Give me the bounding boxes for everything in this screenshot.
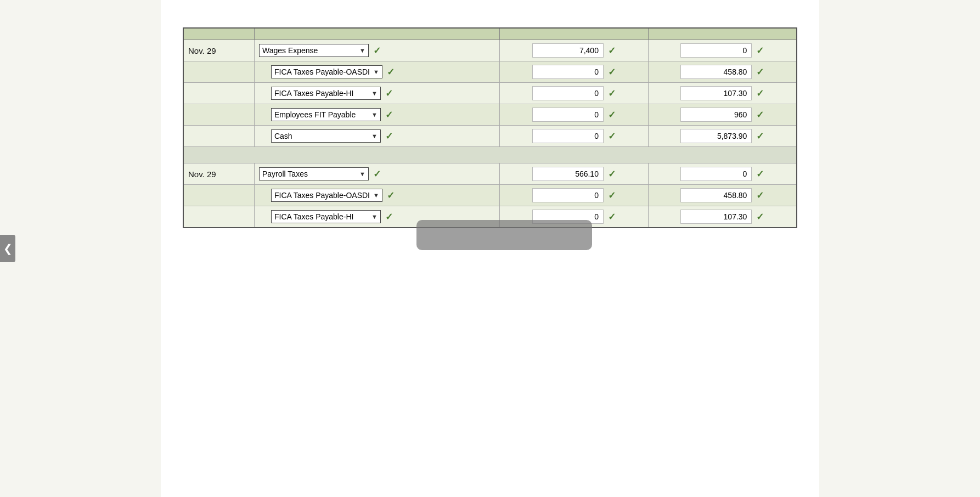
table-cell-account[interactable]: Payroll Taxes▼✓: [254, 163, 499, 185]
account-check-icon: ✓: [387, 66, 395, 78]
dropdown-arrow-icon: ▼: [373, 192, 379, 199]
dropdown-arrow-icon: ▼: [359, 47, 365, 54]
table-cell-debit[interactable]: ✓: [500, 83, 649, 104]
account-select[interactable]: Payroll Taxes: [262, 170, 357, 178]
debit-input[interactable]: [532, 86, 604, 100]
table-cell-debit[interactable]: ✓: [500, 163, 649, 185]
dropdown-arrow-icon: ▼: [371, 213, 378, 220]
journal-table: Nov. 29Wages Expense▼✓✓✓FICA Taxes Payab…: [183, 27, 797, 228]
table-cell-account[interactable]: Wages Expense▼✓: [254, 40, 499, 61]
debit-check-icon: ✓: [608, 168, 616, 180]
dropdown-arrow-icon: ▼: [359, 171, 365, 177]
header-date: [183, 28, 254, 40]
table-cell-date: [183, 126, 254, 147]
table-cell-debit[interactable]: ✓: [500, 104, 649, 126]
credit-check-icon: ✓: [756, 66, 764, 78]
credit-check-icon: ✓: [756, 45, 764, 57]
debit-check-icon: ✓: [608, 131, 616, 142]
credit-check-icon: ✓: [756, 88, 764, 99]
credit-check-icon: ✓: [756, 168, 764, 180]
table-cell-date: [183, 104, 254, 126]
account-select[interactable]: FICA Taxes Payable-OASDI: [274, 191, 371, 200]
table-cell-account[interactable]: FICA Taxes Payable-HI▼✓: [254, 83, 499, 104]
table-cell-credit[interactable]: ✓: [648, 126, 797, 147]
debit-check-icon: ✓: [608, 190, 616, 201]
table-cell-debit[interactable]: ✓: [500, 40, 649, 61]
table-cell-credit[interactable]: ✓: [648, 163, 797, 185]
account-check-icon: ✓: [373, 168, 381, 180]
debit-input[interactable]: [532, 65, 604, 79]
dropdown-arrow-icon: ▼: [371, 133, 378, 139]
table-cell-account[interactable]: FICA Taxes Payable-HI▼✓: [254, 206, 499, 228]
account-select[interactable]: Wages Expense: [262, 46, 357, 55]
left-arrow-icon: ❮: [3, 242, 13, 255]
credit-input[interactable]: [680, 43, 752, 58]
table-cell-account[interactable]: FICA Taxes Payable-OASDI▼✓: [254, 61, 499, 83]
debit-input[interactable]: [532, 210, 604, 224]
header-debit: [500, 28, 649, 40]
debit-check-icon: ✓: [608, 109, 616, 121]
account-select[interactable]: FICA Taxes Payable-HI: [274, 89, 369, 98]
table-cell-debit[interactable]: ✓: [500, 185, 649, 206]
credit-input[interactable]: [680, 86, 752, 100]
debit-input[interactable]: [532, 43, 604, 58]
table-cell-date: [183, 61, 254, 83]
debit-input[interactable]: [532, 129, 604, 143]
table-cell-credit[interactable]: ✓: [648, 83, 797, 104]
debit-check-icon: ✓: [608, 88, 616, 99]
table-cell-date: [183, 185, 254, 206]
debit-input[interactable]: [532, 108, 604, 122]
left-arrow-button[interactable]: ❮: [0, 235, 15, 262]
dropdown-arrow-icon: ▼: [371, 111, 378, 118]
table-cell-debit[interactable]: ✓: [500, 126, 649, 147]
credit-input[interactable]: [680, 108, 752, 122]
credit-check-icon: ✓: [756, 109, 764, 121]
debit-check-icon: ✓: [608, 211, 616, 223]
account-select[interactable]: FICA Taxes Payable-HI: [274, 212, 369, 221]
table-cell-account[interactable]: Cash▼✓: [254, 126, 499, 147]
account-select[interactable]: Employees FIT Payable: [274, 110, 369, 119]
debit-input[interactable]: [532, 188, 604, 202]
table-cell-credit[interactable]: ✓: [648, 185, 797, 206]
credit-check-icon: ✓: [756, 211, 764, 223]
table-cell-credit[interactable]: ✓: [648, 61, 797, 83]
account-check-icon: ✓: [385, 211, 393, 223]
account-select[interactable]: FICA Taxes Payable-OASDI: [274, 67, 371, 76]
table-cell-date: [183, 206, 254, 228]
credit-input[interactable]: [680, 129, 752, 143]
page-container: Nov. 29Wages Expense▼✓✓✓FICA Taxes Payab…: [161, 0, 819, 497]
header-credit: [648, 28, 797, 40]
credit-check-icon: ✓: [756, 190, 764, 201]
account-check-icon: ✓: [385, 88, 393, 99]
table-cell-account[interactable]: Employees FIT Payable▼✓: [254, 104, 499, 126]
debit-check-icon: ✓: [608, 45, 616, 57]
table-cell-debit[interactable]: ✓: [500, 61, 649, 83]
debit-input[interactable]: [532, 167, 604, 181]
account-select[interactable]: Cash: [274, 132, 369, 140]
table-cell-date: [183, 83, 254, 104]
dropdown-arrow-icon: ▼: [373, 69, 379, 75]
credit-input[interactable]: [680, 65, 752, 79]
debit-check-icon: ✓: [608, 66, 616, 78]
table-cell-credit[interactable]: ✓: [648, 40, 797, 61]
table-cell-date: Nov. 29: [183, 40, 254, 61]
account-check-icon: ✓: [373, 45, 381, 57]
credit-check-icon: ✓: [756, 131, 764, 142]
spacer-row: [183, 147, 797, 163]
account-check-icon: ✓: [385, 109, 393, 121]
credit-input[interactable]: [680, 210, 752, 224]
account-check-icon: ✓: [387, 190, 395, 201]
table-cell-debit[interactable]: ✓: [500, 206, 649, 228]
table-cell-credit[interactable]: ✓: [648, 104, 797, 126]
table-cell-account[interactable]: FICA Taxes Payable-OASDI▼✓: [254, 185, 499, 206]
table-header-row: [183, 28, 797, 40]
journal-table-wrapper: Nov. 29Wages Expense▼✓✓✓FICA Taxes Payab…: [183, 27, 797, 228]
dropdown-arrow-icon: ▼: [371, 90, 378, 97]
table-cell-credit[interactable]: ✓: [648, 206, 797, 228]
credit-input[interactable]: [680, 167, 752, 181]
header-account: [254, 28, 499, 40]
account-check-icon: ✓: [385, 131, 393, 142]
table-cell-date: Nov. 29: [183, 163, 254, 185]
credit-input[interactable]: [680, 188, 752, 202]
